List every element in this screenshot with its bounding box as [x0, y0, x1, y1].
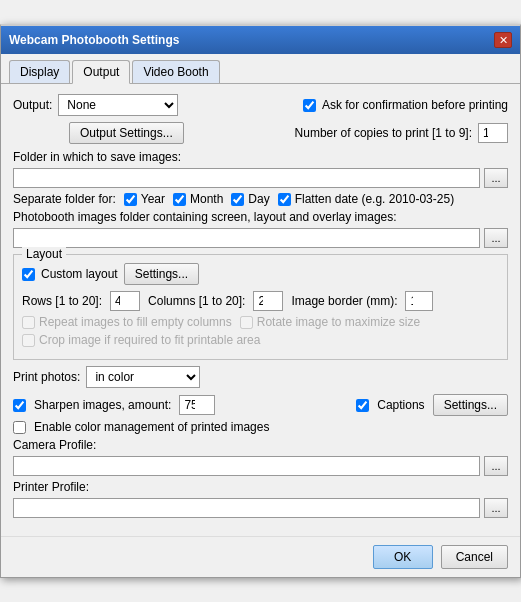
browse-printer-button[interactable]: ...	[484, 498, 508, 518]
printer-profile-label: Printer Profile:	[13, 480, 508, 494]
color-mgmt-checkbox[interactable]	[13, 421, 26, 434]
sharpen-checkbox[interactable]	[13, 399, 26, 412]
photobooth-folder-label: Photobooth images folder containing scre…	[13, 210, 508, 224]
image-border-input[interactable]	[405, 291, 433, 311]
camera-profile-row: ...	[13, 456, 508, 476]
photobooth-folder-row: C:\Photobooth\PhotoboothImages ...	[13, 228, 508, 248]
color-mgmt-row: Enable color management of printed image…	[13, 420, 508, 434]
main-window: Webcam Photobooth Settings ✕ Display Out…	[0, 24, 521, 578]
output-settings-button[interactable]: Output Settings...	[69, 122, 184, 144]
tab-bar: Display Output Video Booth	[1, 54, 520, 84]
separate-folder-label: Separate folder for:	[13, 192, 116, 206]
custom-layout-label: Custom layout	[41, 267, 118, 281]
year-checkbox-group: Year	[124, 192, 165, 206]
day-checkbox[interactable]	[231, 193, 244, 206]
crop-image-checkbox[interactable]	[22, 334, 35, 347]
rows-cols-row: Rows [1 to 20]: Columns [1 to 20]: Image…	[22, 291, 499, 311]
rows-input[interactable]	[110, 291, 140, 311]
columns-label: Columns [1 to 20]:	[148, 294, 245, 308]
camera-profile-label: Camera Profile:	[13, 438, 508, 452]
close-button[interactable]: ✕	[494, 32, 512, 48]
footer: OK Cancel	[1, 536, 520, 577]
output-select[interactable]: None	[58, 94, 178, 116]
browse-camera-button[interactable]: ...	[484, 456, 508, 476]
flatten-checkbox[interactable]	[278, 193, 291, 206]
year-checkbox[interactable]	[124, 193, 137, 206]
title-bar: Webcam Photobooth Settings ✕	[1, 26, 520, 54]
copies-label: Number of copies to print [1 to 9]:	[295, 126, 472, 140]
folder-section-label: Folder in which to save images:	[13, 150, 508, 164]
print-photos-select[interactable]: in color in black & white	[86, 366, 200, 388]
tab-display[interactable]: Display	[9, 60, 70, 83]
rotate-image-checkbox[interactable]	[240, 316, 253, 329]
browse-folder-button[interactable]: ...	[484, 168, 508, 188]
folder-path-input[interactable]: C:\Users\Chris\Documents\PhotoboothImage…	[13, 168, 480, 188]
photobooth-folder-input[interactable]: C:\Photobooth\PhotoboothImages	[13, 228, 480, 248]
captions-checkbox[interactable]	[356, 399, 369, 412]
rotate-image-label: Rotate image to maximize size	[257, 315, 420, 329]
day-checkbox-group: Day	[231, 192, 269, 206]
layout-title: Layout	[22, 247, 66, 261]
print-photos-row: Print photos: in color in black & white	[13, 366, 508, 388]
window-title: Webcam Photobooth Settings	[9, 33, 179, 47]
flatten-label: Flatten date (e.g. 2010-03-25)	[295, 192, 454, 206]
ask-confirm-checkbox[interactable]	[303, 99, 316, 112]
output-settings-row: Output Settings... Number of copies to p…	[13, 122, 508, 144]
tab-videobooth[interactable]: Video Booth	[132, 60, 219, 83]
camera-profile-input[interactable]	[13, 456, 480, 476]
month-checkbox[interactable]	[173, 193, 186, 206]
year-label: Year	[141, 192, 165, 206]
folder-row: C:\Users\Chris\Documents\PhotoboothImage…	[13, 168, 508, 188]
content-area: Output: None Ask for confirmation before…	[1, 84, 520, 532]
custom-layout-checkbox[interactable]	[22, 268, 35, 281]
captions-label: Captions	[377, 398, 424, 412]
repeat-images-checkbox[interactable]	[22, 316, 35, 329]
flatten-checkbox-group: Flatten date (e.g. 2010-03-25)	[278, 192, 454, 206]
output-label: Output:	[13, 98, 52, 112]
copies-input[interactable]	[478, 123, 508, 143]
printer-profile-row: ...	[13, 498, 508, 518]
month-label: Month	[190, 192, 223, 206]
printer-profile-input[interactable]	[13, 498, 480, 518]
sharpen-input[interactable]	[179, 395, 215, 415]
browse-photobooth-button[interactable]: ...	[484, 228, 508, 248]
layout-fieldset: Layout Custom layout Settings... Rows [1…	[13, 254, 508, 360]
custom-layout-row: Custom layout Settings...	[22, 263, 499, 285]
rows-label: Rows [1 to 20]:	[22, 294, 102, 308]
repeat-images-group: Repeat images to fill empty columns	[22, 315, 232, 329]
columns-input[interactable]	[253, 291, 283, 311]
ok-button[interactable]: OK	[373, 545, 433, 569]
repeat-rotate-row: Repeat images to fill empty columns Rota…	[22, 315, 499, 329]
rotate-image-group: Rotate image to maximize size	[240, 315, 420, 329]
sharpen-label: Sharpen images, amount:	[34, 398, 171, 412]
color-mgmt-label: Enable color management of printed image…	[34, 420, 269, 434]
sharpen-row: Sharpen images, amount: Captions Setting…	[13, 394, 508, 416]
captions-settings-button[interactable]: Settings...	[433, 394, 508, 416]
layout-settings-button[interactable]: Settings...	[124, 263, 199, 285]
image-border-label: Image border (mm):	[291, 294, 397, 308]
day-label: Day	[248, 192, 269, 206]
tab-output[interactable]: Output	[72, 60, 130, 84]
output-row: Output: None Ask for confirmation before…	[13, 94, 508, 116]
cancel-button[interactable]: Cancel	[441, 545, 508, 569]
crop-image-label: Crop image if required to fit printable …	[39, 333, 260, 347]
month-checkbox-group: Month	[173, 192, 223, 206]
separate-folder-row: Separate folder for: Year Month Day Flat…	[13, 192, 508, 206]
crop-row: Crop image if required to fit printable …	[22, 333, 499, 347]
ask-confirm-label: Ask for confirmation before printing	[322, 98, 508, 112]
repeat-images-label: Repeat images to fill empty columns	[39, 315, 232, 329]
print-photos-label: Print photos:	[13, 370, 80, 384]
crop-image-group: Crop image if required to fit printable …	[22, 333, 260, 347]
